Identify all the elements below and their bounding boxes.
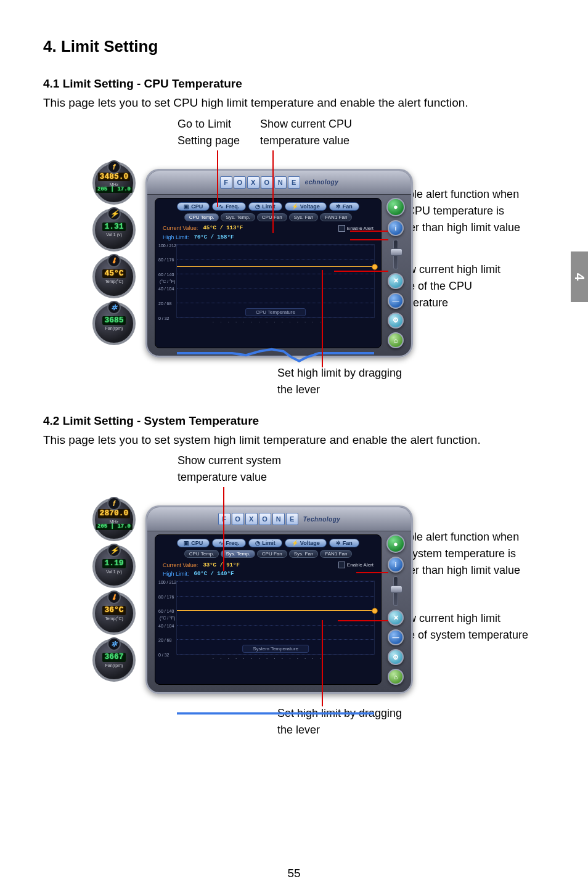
bolt-icon: ⚡	[107, 207, 121, 221]
dial-frequency[interactable]: f 3485.0 MHz 205 | 17.0	[92, 161, 136, 205]
dial-temperature[interactable]: 🌡 45°C Temp(°C)	[92, 255, 136, 298]
apply-button[interactable]: ●	[386, 198, 405, 216]
apply-button[interactable]: ●	[386, 534, 405, 553]
page-number: 55	[287, 867, 300, 880]
fan-icon: ✲	[336, 540, 341, 546]
trace-line	[177, 581, 374, 779]
brand-tagline: echnology	[305, 179, 339, 186]
dial-temperature[interactable]: 🌡 36°C Temp(°C)	[92, 592, 136, 635]
dial-sublabel: Vol 1 (v)	[106, 570, 122, 574]
subtab-cpu-temp[interactable]: CPU Temp.	[184, 550, 219, 558]
chart-title: CPU Temperature	[245, 308, 306, 316]
subtab-fan1[interactable]: FAN1 Fan	[320, 550, 352, 558]
subsection-heading: 4.1 Limit Setting - CPU Temperature	[43, 77, 545, 91]
frequency-icon: f	[107, 160, 121, 174]
home-button[interactable]: ⌂	[388, 669, 404, 685]
section-heading: 4. Limit Setting	[43, 37, 545, 56]
minimize-button[interactable]: —	[388, 293, 404, 309]
callout-show-current: Show current system temperature value	[178, 452, 319, 486]
trace-line	[177, 245, 374, 442]
settings-button[interactable]: ⚙	[388, 313, 404, 329]
vertical-slider[interactable]	[393, 576, 398, 606]
bolt-icon: ⚡	[107, 544, 121, 557]
tab-freq[interactable]: ∿Freq.	[212, 539, 246, 547]
minimize-button[interactable]: —	[388, 629, 404, 645]
chapter-tab: 4	[571, 251, 588, 302]
tab-voltage[interactable]: ⚡Voltage	[285, 202, 327, 211]
dial-column: f 3485.0 MHz 205 | 17.0 ⚡ 1.31 Vol 1 (v)…	[92, 161, 139, 365]
home-button[interactable]: ⌂	[388, 332, 404, 348]
temperature-chart: (°C / °F) 100 / 212 80 / 176 60 / 140 40…	[176, 244, 375, 318]
axis-unit-label: (°C / °F)	[160, 279, 175, 283]
settings-button[interactable]: ⚙	[388, 649, 404, 665]
brand-logo: F O X O N E	[220, 176, 300, 189]
subtab-sys-temp[interactable]: Sys. Temp.	[221, 550, 255, 558]
info-button[interactable]: i	[388, 557, 404, 573]
subtab-fan1[interactable]: FAN1 Fan	[320, 213, 352, 221]
enable-alert[interactable]: Enable Alert	[338, 562, 374, 568]
fan-icon: ✲	[107, 301, 121, 314]
thermometer-icon: 🌡	[107, 591, 121, 604]
tab-limit[interactable]: ◔Limit	[248, 539, 282, 547]
dial-value: 205 | 17.0	[96, 187, 133, 193]
panel-header: F O X O N E Technology	[147, 507, 411, 531]
dial-column: f 2870.0 MHz 205 | 17.0 ⚡ 1.19 Vol 1 (v)…	[92, 498, 139, 701]
figure-sys-limit: Show current system temperature value En…	[43, 461, 530, 732]
checkbox-icon[interactable]	[338, 562, 345, 568]
subtab-sys-temp[interactable]: Sys. Temp.	[221, 213, 255, 221]
wave-icon: ∿	[219, 203, 224, 210]
slider-thumb[interactable]	[390, 248, 402, 256]
tab-voltage[interactable]: ⚡Voltage	[285, 539, 327, 547]
dial-sublabel: Fan(rpm)	[105, 663, 123, 668]
dial-fan[interactable]: ✲ 3685 Fan(rpm)	[92, 302, 136, 345]
close-button[interactable]: ✕	[388, 273, 404, 289]
dial-voltage[interactable]: ⚡ 1.19 Vol 1 (v)	[92, 545, 136, 588]
dial-value: 205 | 17.0	[96, 524, 133, 530]
subtab-cpu-fan[interactable]: CPU Fan	[257, 550, 287, 558]
close-button[interactable]: ✕	[388, 610, 404, 626]
dial-value: 3485.0	[98, 173, 131, 181]
thermometer-icon: 🌡	[107, 254, 121, 268]
slider-thumb[interactable]	[390, 586, 402, 593]
tab-cpu[interactable]: ▣CPU	[177, 202, 210, 211]
dial-value: 1.19	[102, 559, 125, 568]
vertical-slider[interactable]	[393, 240, 398, 269]
dial-value: 1.31	[102, 223, 125, 231]
tab-cpu[interactable]: ▣CPU	[177, 539, 210, 547]
dial-sublabel: Temp(°C)	[105, 279, 123, 284]
dial-value: 36°C	[102, 606, 125, 615]
subtab-sys-fan[interactable]: Sys. Fan	[289, 213, 319, 221]
panel-body: ▣CPU ∿Freq. ◔Limit ⚡Voltage ✲Fan CPU Tem…	[155, 534, 382, 685]
chart-title: System Temperature	[242, 645, 309, 653]
high-limit-value: 70°C / 158°F	[194, 234, 234, 240]
dial-frequency[interactable]: f 2870.0 MHz 205 | 17.0	[92, 498, 136, 541]
current-value-label: Current Value:	[163, 225, 198, 231]
app-window: f 2870.0 MHz 205 | 17.0 ⚡ 1.19 Vol 1 (v)…	[92, 498, 413, 701]
tab-limit[interactable]: ◔Limit	[248, 202, 282, 211]
subtab-row: CPU Temp. Sys. Temp. CPU Fan Sys. Fan FA…	[159, 550, 377, 558]
checkbox-icon[interactable]	[338, 225, 345, 232]
current-value-label: Current Value:	[163, 562, 198, 568]
tab-row: ▣CPU ∿Freq. ◔Limit ⚡Voltage ✲Fan	[159, 202, 377, 211]
high-limit-row: High Limit: 60°C / 140°F	[159, 570, 377, 578]
tab-fan[interactable]: ✲Fan	[329, 539, 359, 547]
subtab-cpu-temp[interactable]: CPU Temp.	[184, 213, 219, 221]
callout-show-current: Show current CPU temperature value	[260, 116, 383, 149]
figure-cpu-limit: Go to Limit Setting page Show current CP…	[43, 125, 530, 390]
callout-goto-limit: Go to Limit Setting page	[178, 116, 258, 149]
dial-voltage[interactable]: ⚡ 1.31 Vol 1 (v)	[92, 208, 136, 251]
subtab-sys-fan[interactable]: Sys. Fan	[289, 550, 319, 558]
high-limit-label: High Limit:	[163, 234, 189, 240]
current-value-row: Current Value: 45°C / 113°F Enable Alert	[159, 224, 377, 233]
bolt-icon: ⚡	[292, 540, 298, 546]
app-window: f 3485.0 MHz 205 | 17.0 ⚡ 1.31 Vol 1 (v)…	[92, 161, 413, 365]
dial-value: 3667	[102, 653, 125, 661]
bolt-icon: ⚡	[292, 203, 298, 210]
gauge-icon: ◔	[255, 540, 260, 546]
dial-fan[interactable]: ✲ 3667 Fan(rpm)	[92, 639, 136, 682]
info-button[interactable]: i	[388, 220, 404, 236]
tab-fan[interactable]: ✲Fan	[329, 202, 359, 211]
brand-tagline: Technology	[303, 516, 341, 523]
chip-icon: ▣	[184, 540, 189, 546]
control-column: ● i ✕ — ⚙ ⌂	[385, 198, 406, 348]
